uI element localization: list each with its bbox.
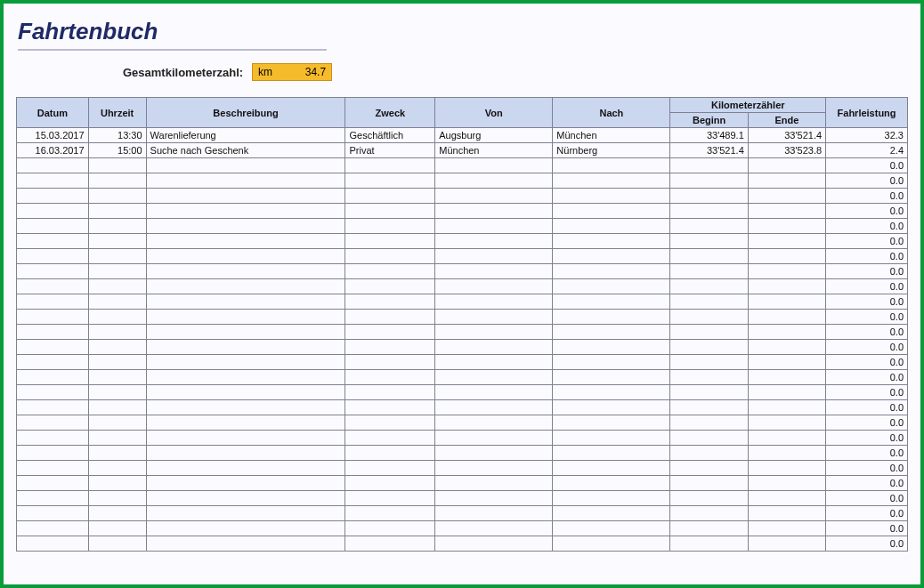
- cell-datum[interactable]: [17, 234, 89, 249]
- table-row[interactable]: 16.03.201715:00Suche nach GeschenkPrivat…: [17, 143, 908, 158]
- cell-uhrzeit[interactable]: [88, 325, 146, 340]
- cell-zweck[interactable]: [345, 234, 435, 249]
- table-row[interactable]: 0.0: [17, 189, 908, 204]
- cell-ende[interactable]: 33'521.4: [748, 128, 825, 143]
- cell-beschreibung[interactable]: [146, 279, 345, 294]
- cell-von[interactable]: [435, 173, 553, 189]
- cell-fahrleistung[interactable]: 0.0: [826, 204, 908, 219]
- cell-zweck[interactable]: [345, 400, 435, 415]
- cell-datum[interactable]: [17, 431, 89, 446]
- cell-beginn[interactable]: [670, 279, 748, 294]
- cell-von[interactable]: [435, 431, 553, 446]
- cell-nach[interactable]: [553, 279, 670, 294]
- cell-von[interactable]: [435, 536, 553, 552]
- cell-beginn[interactable]: [670, 536, 748, 552]
- cell-uhrzeit[interactable]: [88, 476, 146, 491]
- table-row[interactable]: 0.0: [17, 506, 908, 521]
- cell-uhrzeit[interactable]: [88, 294, 146, 310]
- cell-fahrleistung[interactable]: 0.0: [826, 506, 908, 521]
- cell-datum[interactable]: [17, 294, 89, 310]
- table-row[interactable]: 0.0: [17, 415, 908, 431]
- cell-von[interactable]: Augsburg: [435, 128, 553, 143]
- cell-nach[interactable]: [553, 204, 670, 219]
- cell-datum[interactable]: [17, 279, 89, 294]
- table-row[interactable]: 0.0: [17, 234, 908, 249]
- cell-fahrleistung[interactable]: 0.0: [826, 476, 908, 491]
- cell-zweck[interactable]: [345, 521, 435, 536]
- cell-beschreibung[interactable]: [146, 325, 345, 340]
- cell-von[interactable]: [435, 415, 553, 431]
- cell-beschreibung[interactable]: [146, 385, 345, 400]
- cell-uhrzeit[interactable]: [88, 400, 146, 415]
- cell-fahrleistung[interactable]: 0.0: [826, 264, 908, 279]
- cell-von[interactable]: [435, 264, 553, 279]
- cell-fahrleistung[interactable]: 0.0: [826, 294, 908, 310]
- cell-ende[interactable]: [748, 234, 825, 249]
- cell-von[interactable]: [435, 521, 553, 536]
- cell-zweck[interactable]: [345, 249, 435, 264]
- cell-beginn[interactable]: [670, 158, 748, 173]
- cell-nach[interactable]: [553, 431, 670, 446]
- cell-ende[interactable]: [748, 264, 825, 279]
- cell-nach[interactable]: [553, 158, 670, 173]
- table-row[interactable]: 0.0: [17, 294, 908, 310]
- cell-zweck[interactable]: [345, 189, 435, 204]
- cell-von[interactable]: [435, 400, 553, 415]
- cell-uhrzeit[interactable]: [88, 204, 146, 219]
- cell-beschreibung[interactable]: [146, 189, 345, 204]
- table-row[interactable]: 0.0: [17, 385, 908, 400]
- cell-von[interactable]: [435, 461, 553, 476]
- table-row[interactable]: 0.0: [17, 204, 908, 219]
- cell-fahrleistung[interactable]: 0.0: [826, 446, 908, 461]
- cell-uhrzeit[interactable]: [88, 385, 146, 400]
- cell-datum[interactable]: [17, 219, 89, 234]
- cell-uhrzeit[interactable]: [88, 461, 146, 476]
- cell-beginn[interactable]: [670, 310, 748, 325]
- cell-beschreibung[interactable]: [146, 415, 345, 431]
- table-row[interactable]: 0.0: [17, 279, 908, 294]
- cell-ende[interactable]: [748, 294, 825, 310]
- cell-fahrleistung[interactable]: 0.0: [826, 279, 908, 294]
- cell-nach[interactable]: [553, 461, 670, 476]
- table-row[interactable]: 0.0: [17, 158, 908, 173]
- cell-beginn[interactable]: [670, 385, 748, 400]
- cell-beginn[interactable]: [670, 431, 748, 446]
- cell-uhrzeit[interactable]: [88, 431, 146, 446]
- cell-fahrleistung[interactable]: 0.0: [826, 536, 908, 552]
- cell-zweck[interactable]: [345, 310, 435, 325]
- cell-beginn[interactable]: [670, 446, 748, 461]
- cell-beschreibung[interactable]: [146, 340, 345, 355]
- cell-nach[interactable]: [553, 264, 670, 279]
- cell-beginn[interactable]: [670, 340, 748, 355]
- cell-zweck[interactable]: [345, 506, 435, 521]
- cell-von[interactable]: [435, 506, 553, 521]
- cell-datum[interactable]: [17, 173, 89, 189]
- cell-nach[interactable]: München: [553, 128, 670, 143]
- cell-uhrzeit[interactable]: [88, 249, 146, 264]
- cell-uhrzeit[interactable]: [88, 219, 146, 234]
- cell-zweck[interactable]: [345, 431, 435, 446]
- cell-uhrzeit[interactable]: 13:30: [88, 128, 146, 143]
- cell-zweck[interactable]: [345, 476, 435, 491]
- cell-zweck[interactable]: [345, 491, 435, 506]
- cell-datum[interactable]: [17, 370, 89, 385]
- cell-beschreibung[interactable]: [146, 370, 345, 385]
- cell-fahrleistung[interactable]: 2.4: [826, 143, 908, 158]
- cell-datum[interactable]: [17, 476, 89, 491]
- cell-von[interactable]: [435, 249, 553, 264]
- cell-zweck[interactable]: [345, 264, 435, 279]
- cell-zweck[interactable]: [345, 461, 435, 476]
- cell-ende[interactable]: [748, 415, 825, 431]
- cell-nach[interactable]: [553, 415, 670, 431]
- cell-zweck[interactable]: [345, 385, 435, 400]
- cell-uhrzeit[interactable]: [88, 355, 146, 370]
- cell-beschreibung[interactable]: [146, 491, 345, 506]
- cell-uhrzeit[interactable]: [88, 189, 146, 204]
- cell-ende[interactable]: [748, 461, 825, 476]
- cell-beginn[interactable]: [670, 294, 748, 310]
- cell-nach[interactable]: [553, 310, 670, 325]
- cell-beginn[interactable]: [670, 461, 748, 476]
- cell-beschreibung[interactable]: [146, 249, 345, 264]
- cell-ende[interactable]: [748, 385, 825, 400]
- cell-uhrzeit[interactable]: [88, 446, 146, 461]
